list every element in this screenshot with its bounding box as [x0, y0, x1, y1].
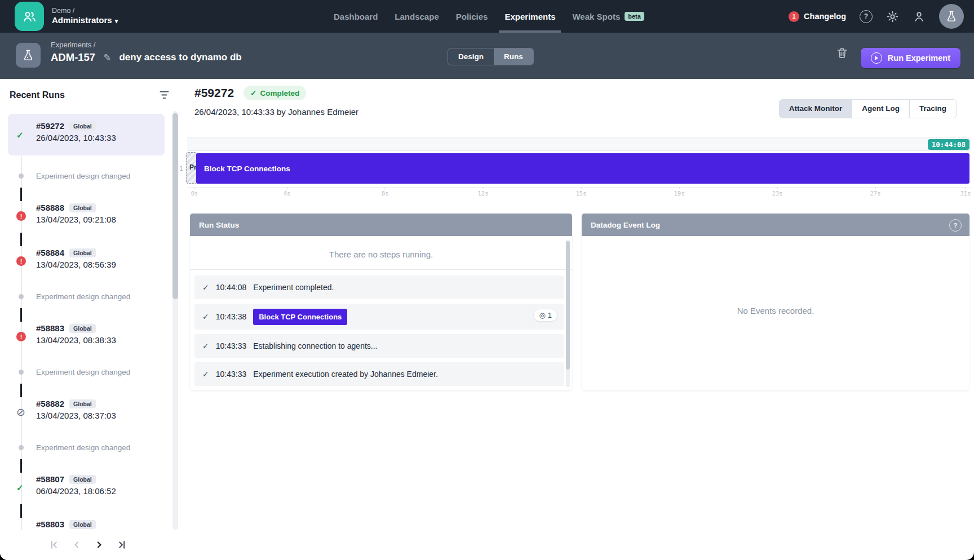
check-icon: ✓: [16, 130, 24, 140]
run-item-58807[interactable]: ✓ #58807Global 06/04/2023, 18:06:52: [0, 474, 172, 500]
run-item-58883[interactable]: ! #58883Global 13/04/2023, 08:38:33: [0, 323, 172, 349]
design-changed-event: Experiment design changed: [0, 366, 172, 377]
design-changed-event: Experiment design changed: [0, 442, 172, 453]
status-badge: ✓Completed: [244, 86, 306, 100]
global-badge: Global: [69, 399, 96, 408]
edit-icon[interactable]: ✎: [103, 52, 111, 64]
current-time-badge: 10:44:08: [928, 139, 969, 150]
tab-attack-monitor[interactable]: Attack Monitor: [780, 100, 852, 118]
gear-icon[interactable]: [886, 10, 899, 23]
check-icon: ✓: [16, 483, 24, 493]
axis-tick: 12s: [478, 190, 489, 197]
timeline-header-strip: 10:44:08: [187, 137, 971, 151]
check-icon: ✓: [202, 283, 209, 292]
nav-item-landscape[interactable]: Landscape: [395, 0, 439, 33]
run-status-scrollbar[interactable]: [566, 239, 570, 387]
datadog-header: Datadog Event Log ?: [582, 214, 969, 236]
last-page-icon[interactable]: [116, 539, 127, 550]
run-item-58884[interactable]: ! #58884Global 13/04/2023, 08:56:39: [0, 248, 172, 274]
target-count-pill[interactable]: ◎1: [533, 309, 557, 322]
recent-runs-title: Recent Runs: [10, 90, 65, 100]
run-duration-tick: [20, 504, 22, 518]
error-icon: !: [16, 256, 26, 266]
first-page-icon[interactable]: [48, 539, 60, 550]
experiment-header: Experiments / ADM-157 ✎ deny access to d…: [0, 33, 974, 79]
avatar[interactable]: [939, 4, 964, 29]
navbar-actions: 1 Changelog ?: [789, 0, 964, 33]
team-switcher[interactable]: Demo / Administrators▾: [15, 2, 118, 31]
log-row: ✓ 10:43:38 Block TCP Connections ◎1: [194, 304, 564, 330]
next-page-icon[interactable]: [94, 539, 105, 550]
nav-item-weak-spots[interactable]: Weak Spotsbeta: [572, 0, 644, 33]
org-name: Demo /: [52, 7, 118, 16]
axis-tick: 4s: [284, 190, 291, 197]
run-item-58888[interactable]: ! #58888Global 13/04/2023, 09:21:08: [0, 203, 172, 229]
run-item-59272[interactable]: ✓ #59272Global 26/04/2023, 10:43:33: [8, 114, 165, 155]
global-badge: Global: [69, 475, 96, 484]
run-duration-tick: [20, 308, 22, 322]
design-changed-event: Experiment design changed: [0, 170, 172, 181]
run-status-header: Run Status: [190, 214, 572, 236]
experiment-icon-box: [16, 43, 41, 68]
play-icon: [871, 52, 882, 64]
run-status-panel: Run Status There are no steps running. ✓…: [190, 214, 572, 390]
global-badge: Global: [69, 122, 96, 131]
changelog-button[interactable]: 1 Changelog: [789, 11, 846, 22]
main-nav: Dashboard Landscape Policies Experiments…: [334, 0, 644, 33]
flask-icon: [945, 10, 958, 23]
axis-tick: 15s: [576, 190, 587, 197]
nav-item-dashboard[interactable]: Dashboard: [334, 0, 378, 33]
lane-number: 1: [179, 165, 183, 172]
toggle-runs[interactable]: Runs: [494, 48, 533, 65]
nav-item-experiments[interactable]: Experiments: [504, 0, 555, 33]
run-byline: 26/04/2023, 10:43:33 by Johannes Edmeier: [194, 107, 358, 117]
run-duration-tick: [20, 188, 22, 201]
tab-agent-log[interactable]: Agent Log: [852, 100, 909, 118]
error-icon: !: [16, 211, 26, 221]
run-experiment-button[interactable]: Run Experiment: [861, 48, 960, 68]
attack-step-bar[interactable]: Block TCP Connections: [196, 153, 969, 184]
axis-tick: 27s: [870, 190, 881, 197]
nav-item-policies[interactable]: Policies: [456, 0, 488, 33]
target-icon: ◎: [539, 311, 545, 319]
beta-badge: beta: [625, 12, 644, 21]
pre-step-block[interactable]: Pre: [186, 152, 197, 184]
trash-icon: [835, 46, 849, 60]
help-icon[interactable]: ?: [860, 10, 873, 23]
log-row: ✓ 10:43:33 Establishing connection to ag…: [194, 334, 564, 358]
check-icon: ✓: [202, 312, 209, 321]
sidebar-scrollbar-thumb[interactable]: [172, 113, 178, 299]
log-row: ✓ 10:43:33 Experiment execution created …: [194, 362, 564, 386]
log-row: ✓ 10:44:08 Experiment completed.: [194, 275, 564, 299]
experiment-title: deny access to dynamo db: [119, 52, 241, 63]
run-item-58803[interactable]: #58803Global: [0, 519, 172, 530]
flask-icon: [21, 48, 35, 62]
delete-experiment-button[interactable]: [835, 46, 850, 61]
attack-step-chip[interactable]: Block TCP Connections: [253, 309, 347, 325]
run-id: #59272: [194, 86, 234, 100]
dot-icon: [19, 174, 24, 179]
toggle-design[interactable]: Design: [448, 48, 494, 65]
recent-runs-sidebar: Recent Runs ✓ #59272Global 26/04/2023, 1…: [0, 79, 172, 560]
axis-tick: 19s: [674, 190, 685, 197]
prev-page-icon[interactable]: [71, 539, 82, 550]
team-name: Administrators▾: [52, 15, 118, 26]
check-icon: ✓: [202, 341, 209, 350]
people-icon: [21, 8, 37, 24]
user-icon[interactable]: [913, 10, 926, 23]
run-status-body: There are no steps running. ✓ 10:44:08 E…: [190, 236, 572, 390]
global-badge: Global: [69, 248, 96, 257]
filter-button[interactable]: [159, 90, 170, 102]
tab-tracing[interactable]: Tracing: [909, 100, 956, 118]
run-duration-tick: [20, 233, 22, 246]
check-icon: ✓: [250, 88, 256, 97]
dot-icon: [19, 294, 24, 299]
divider: [190, 269, 572, 270]
help-icon[interactable]: ?: [949, 219, 962, 232]
app-window: Demo / Administrators▾ Dashboard Landsca…: [0, 0, 974, 560]
run-item-58882[interactable]: ⊘ #58882Global 13/04/2023, 08:37:03: [0, 399, 172, 425]
team-logo: [15, 2, 44, 31]
experiment-key: ADM-157: [51, 51, 95, 64]
breadcrumb[interactable]: Experiments /: [51, 41, 95, 49]
no-events-message: No Events recorded.: [582, 306, 969, 315]
